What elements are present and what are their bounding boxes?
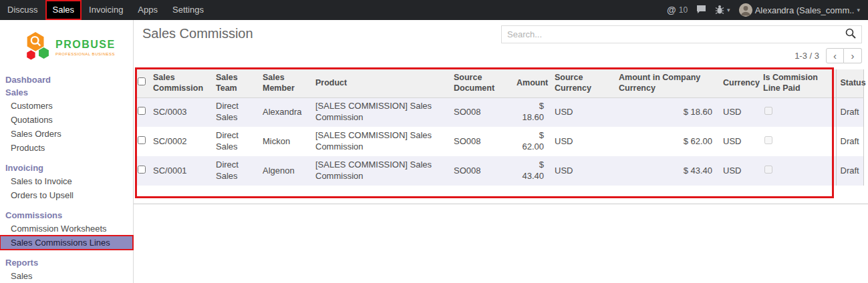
user-name: Alexandra (Sales_comm.. <box>755 5 855 15</box>
sidebar-item-orders-to-upsell[interactable]: Orders to Upsell <box>0 188 133 202</box>
topbar-systray: @ 10 ▾ <box>667 0 868 20</box>
sidebar-heading-dashboard[interactable]: Dashboard <box>0 73 133 86</box>
cell-amount-company[interactable]: $ 18.60 <box>613 97 718 127</box>
search-input[interactable] <box>502 26 840 43</box>
cell-sales-commission[interactable]: SC/0003 <box>148 97 210 127</box>
row-select-cell <box>136 156 148 186</box>
cell-currency[interactable]: USD <box>718 127 758 156</box>
pager-previous-button[interactable]: ‹ <box>826 48 844 63</box>
cell-currency[interactable]: USD <box>718 97 758 127</box>
topbar-menu-apps[interactable]: Apps <box>130 0 165 20</box>
col-header-status[interactable]: Status <box>836 69 863 97</box>
col-header-amount[interactable]: Amount <box>511 69 549 97</box>
debug-caret-icon: ▾ <box>727 7 730 13</box>
probuse-hexagon-icon <box>23 31 51 64</box>
messages-menu[interactable] <box>696 5 706 16</box>
col-header-sales-team[interactable]: Sales Team <box>210 69 257 97</box>
search-button[interactable] <box>840 26 861 43</box>
cell-source-document[interactable]: SO008 <box>448 97 511 127</box>
cell-sales-commission[interactable]: SC/0002 <box>148 127 210 156</box>
sidebar-heading-invoicing[interactable]: Invoicing <box>0 162 133 174</box>
col-header-source-document[interactable]: Source Document <box>448 69 511 97</box>
sales-commission-table: Sales Commission Sales Team Sales Member… <box>136 69 864 186</box>
sidebar-item-quotations[interactable]: Quotations <box>0 113 133 127</box>
cell-amount-company[interactable]: $ 43.40 <box>613 156 718 186</box>
logo-title: PROBUSE <box>55 39 116 50</box>
select-all-checkbox[interactable] <box>138 77 146 85</box>
sidebar-item-products[interactable]: Products <box>0 141 133 155</box>
col-header-product[interactable]: Product <box>310 69 448 97</box>
is-paid-checkbox <box>764 107 772 115</box>
cell-product[interactable]: [SALES COMMISSION] Sales Commission <box>310 97 448 127</box>
bug-icon <box>715 5 724 16</box>
search-box <box>501 25 862 43</box>
is-paid-checkbox <box>764 136 772 144</box>
cell-source-currency[interactable]: USD <box>549 156 613 186</box>
topbar-menu-invoicing[interactable]: Invoicing <box>82 0 130 20</box>
cell-source-currency[interactable]: USD <box>549 97 613 127</box>
list-view: Sales Commission Sales Team Sales Member… <box>134 69 868 204</box>
table-row[interactable]: SC/0003 Direct Sales Alexandra [SALES CO… <box>136 97 863 127</box>
row-select-checkbox[interactable] <box>138 166 146 174</box>
sidebar-item-sales-orders[interactable]: Sales Orders <box>0 127 133 141</box>
avatar <box>739 3 752 17</box>
company-logo: PROBUSE PROFESSIONAL BUSINESS <box>0 20 133 73</box>
sidebar-item-sales-commissions-lines[interactable]: Sales Commissions Lines <box>0 236 133 250</box>
activities-count: 10 <box>679 5 688 15</box>
col-header-sales-commission[interactable]: Sales Commission <box>148 69 210 97</box>
cell-is-paid <box>758 127 836 156</box>
row-select-cell <box>136 127 148 156</box>
row-select-checkbox[interactable] <box>138 136 146 144</box>
cell-sales-member[interactable]: Alexandra <box>257 97 310 127</box>
sidebar-item-reports-sales[interactable]: Sales <box>0 269 133 283</box>
cell-status[interactable]: Draft <box>836 127 863 156</box>
activities-icon: @ <box>667 5 676 15</box>
col-header-currency[interactable]: Currency <box>718 69 758 97</box>
table-header-row: Sales Commission Sales Team Sales Member… <box>136 69 863 97</box>
sidebar-heading-commissions[interactable]: Commissions <box>0 209 133 222</box>
topbar-menu-discuss[interactable]: Discuss <box>0 0 45 20</box>
cell-source-document[interactable]: SO008 <box>448 127 511 156</box>
debug-menu[interactable]: ▾ <box>715 5 730 16</box>
col-header-amount-company[interactable]: Amount in Company Currency <box>613 69 718 97</box>
cell-amount[interactable]: $ 62.00 <box>511 127 549 156</box>
col-header-sales-member[interactable]: Sales Member <box>257 69 310 97</box>
sidebar-heading-reports[interactable]: Reports <box>0 256 133 269</box>
user-menu[interactable]: Alexandra (Sales_comm.. ▾ <box>739 3 860 17</box>
cell-amount[interactable]: $ 43.40 <box>511 156 549 186</box>
pager-next-button[interactable]: › <box>844 48 862 63</box>
cell-status[interactable]: Draft <box>836 97 863 127</box>
sidebar-item-customers[interactable]: Customers <box>0 99 133 113</box>
cell-product[interactable]: [SALES COMMISSION] Sales Commission <box>310 127 448 156</box>
row-select-checkbox[interactable] <box>138 107 146 115</box>
sidebar-item-sales-to-invoice[interactable]: Sales to Invoice <box>0 174 133 188</box>
cell-product[interactable]: [SALES COMMISSION] Sales Commission <box>310 156 448 186</box>
topbar-menu-sales[interactable]: Sales <box>45 0 82 20</box>
sidebar-heading-sales[interactable]: Sales <box>0 86 133 99</box>
cell-sales-team[interactable]: Direct Sales <box>210 127 257 156</box>
cell-sales-team[interactable]: Direct Sales <box>210 156 257 186</box>
sidebar-nav: Dashboard Sales Customers Quotations Sal… <box>0 73 133 283</box>
topbar-menu-settings[interactable]: Settings <box>165 0 211 20</box>
cell-amount[interactable]: $ 18.60 <box>511 97 549 127</box>
activities-menu[interactable]: @ 10 <box>667 5 688 15</box>
row-select-cell <box>136 97 148 127</box>
cell-sales-team[interactable]: Direct Sales <box>210 97 257 127</box>
cell-sales-member[interactable]: Mickon <box>257 127 310 156</box>
cell-sales-member[interactable]: Algenon <box>257 156 310 186</box>
is-paid-checkbox <box>764 166 772 174</box>
cell-currency[interactable]: USD <box>718 156 758 186</box>
main-content: Sales Commission 1-3 / 3 ‹ › <box>134 20 868 283</box>
cell-source-document[interactable]: SO008 <box>448 156 511 186</box>
search-icon <box>845 28 856 41</box>
select-all-cell <box>136 69 148 97</box>
cell-sales-commission[interactable]: SC/0001 <box>148 156 210 186</box>
table-row[interactable]: SC/0002 Direct Sales Mickon [SALES COMMI… <box>136 127 863 156</box>
table-row[interactable]: SC/0001 Direct Sales Algenon [SALES COMM… <box>136 156 863 186</box>
col-header-source-currency[interactable]: Source Currency <box>549 69 613 97</box>
cell-status[interactable]: Draft <box>836 156 863 186</box>
cell-amount-company[interactable]: $ 62.00 <box>613 127 718 156</box>
sidebar-item-commission-worksheets[interactable]: Commission Worksheets <box>0 222 133 236</box>
cell-source-currency[interactable]: USD <box>549 127 613 156</box>
col-header-is-paid[interactable]: Is Commision Line Paid <box>758 69 836 97</box>
